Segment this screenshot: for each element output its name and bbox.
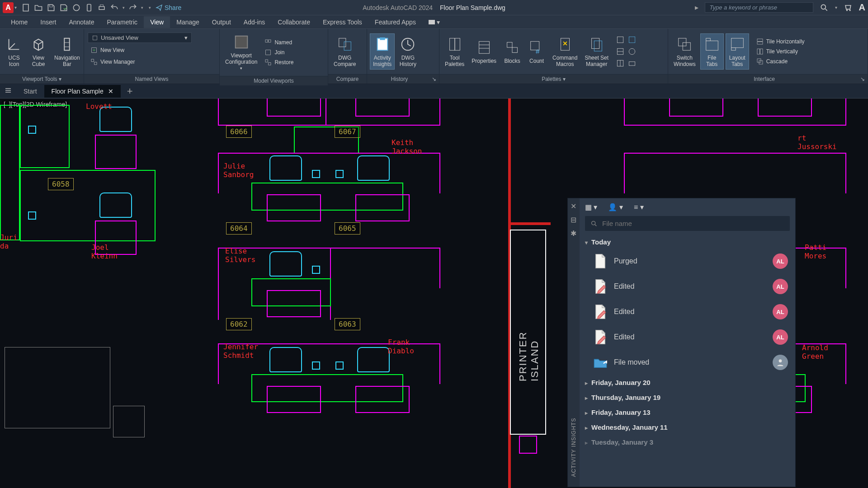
count-button[interactable]: #Count bbox=[525, 37, 548, 66]
ucs-icon-button[interactable]: UCS Icon bbox=[3, 34, 25, 69]
person-name-label: Patti Mores bbox=[805, 243, 826, 260]
undo-dropdown-icon[interactable]: ▾ bbox=[123, 5, 125, 10]
add-tab-button[interactable]: + bbox=[121, 85, 139, 97]
undo-icon[interactable] bbox=[110, 3, 119, 12]
file-tabs-button[interactable]: File Tabs bbox=[700, 33, 724, 70]
palette-extra6-icon[interactable] bbox=[627, 59, 637, 68]
insights-search[interactable] bbox=[585, 216, 790, 231]
panel-label: Model Viewports bbox=[220, 76, 328, 85]
saveas-icon[interactable] bbox=[59, 3, 68, 12]
tab-home[interactable]: Home bbox=[5, 16, 34, 28]
vp-join-button[interactable]: Join bbox=[262, 48, 296, 57]
svg-rect-53 bbox=[757, 42, 763, 44]
tab-insert[interactable]: Insert bbox=[34, 16, 62, 28]
search-icon[interactable] bbox=[820, 3, 829, 12]
panel-interface: Switch Windows File Tabs Layout Tabs Til… bbox=[668, 29, 868, 84]
settings-gear-icon[interactable]: ✱ bbox=[571, 229, 577, 235]
date-group[interactable]: Friday, January 13 bbox=[585, 405, 790, 420]
command-macros-button[interactable]: Command Macros bbox=[550, 34, 580, 69]
palette-extra4-icon[interactable] bbox=[627, 35, 637, 44]
view-select-dropdown[interactable]: Unsaved View ▾ bbox=[88, 33, 192, 43]
help-search-input[interactable]: Type a keyword or phrase bbox=[705, 2, 813, 13]
navigation-bar-button[interactable]: Navigation Bar bbox=[52, 34, 83, 69]
activity-insights-button[interactable]: Activity Insights bbox=[370, 33, 395, 70]
file-name-input[interactable] bbox=[602, 220, 784, 227]
plot-icon[interactable] bbox=[97, 3, 106, 12]
close-tab-icon[interactable]: ✕ bbox=[108, 88, 113, 95]
activity-item[interactable]: EditedAL bbox=[585, 299, 790, 324]
tab-manage[interactable]: Manage bbox=[170, 16, 206, 28]
date-group[interactable]: Friday, January 20 bbox=[585, 375, 790, 390]
cascade-button[interactable]: Cascade bbox=[754, 57, 807, 66]
qat-custom-dropdown-icon[interactable]: ▾ bbox=[149, 5, 151, 10]
view-manager-button[interactable]: View Manager bbox=[88, 57, 216, 66]
tab-floor-plan[interactable]: Floor Plan Sample ✕ bbox=[44, 85, 121, 98]
palette-extra2-icon[interactable] bbox=[616, 47, 625, 56]
properties-button[interactable]: Properties bbox=[469, 37, 499, 66]
cabinet-symbol bbox=[669, 99, 723, 117]
date-group[interactable]: Tuesday, January 3 bbox=[585, 435, 790, 450]
tab-collaborate[interactable]: Collaborate bbox=[271, 16, 316, 28]
person-name-label: Elise Silvers bbox=[225, 247, 255, 264]
activity-item[interactable]: EditedAL bbox=[585, 324, 790, 350]
svg-rect-19 bbox=[265, 60, 268, 62]
drawing-canvas[interactable]: [–][Top][2D Wireframe] PRINTER ISLAND bbox=[0, 99, 868, 488]
layout-tabs-button[interactable]: Layout Tabs bbox=[726, 33, 749, 70]
viewcube-button[interactable]: View Cube bbox=[27, 34, 50, 69]
sheet-set-icon bbox=[588, 36, 605, 53]
save-icon[interactable] bbox=[47, 3, 56, 12]
tab-parametric[interactable]: Parametric bbox=[100, 16, 144, 28]
user-filter-icon[interactable]: 👤 ▾ bbox=[608, 203, 623, 211]
new-icon[interactable] bbox=[21, 3, 30, 12]
close-panel-icon[interactable]: ✕ bbox=[571, 202, 577, 208]
activity-item[interactable]: PurgedAL bbox=[585, 249, 790, 274]
tab-extra-dropdown[interactable]: ▾ bbox=[422, 16, 446, 28]
mobile-icon[interactable] bbox=[85, 3, 94, 12]
dwg-compare-button[interactable]: DWG Compare bbox=[331, 34, 359, 69]
web-icon[interactable] bbox=[72, 3, 81, 12]
date-group[interactable]: Wednesday, January 11 bbox=[585, 420, 790, 435]
svg-rect-22 bbox=[344, 42, 351, 50]
vp-named-button[interactable]: Named bbox=[262, 38, 296, 47]
svg-rect-13 bbox=[91, 59, 94, 61]
new-view-button[interactable]: New View bbox=[88, 46, 216, 55]
dock-icon[interactable]: ⊟ bbox=[571, 216, 577, 222]
tab-view[interactable]: View bbox=[144, 16, 170, 28]
tool-palettes-button[interactable]: Tool Palettes bbox=[442, 34, 467, 69]
date-group[interactable]: Thursday, January 19 bbox=[585, 390, 790, 405]
blocks-button[interactable]: Blocks bbox=[501, 37, 524, 66]
palette-extra5-icon[interactable] bbox=[627, 47, 637, 56]
cart-icon[interactable] bbox=[844, 3, 853, 12]
tab-featured[interactable]: Featured Apps bbox=[368, 16, 422, 28]
redo-dropdown-icon[interactable]: ▾ bbox=[141, 5, 143, 10]
dwg-history-button[interactable]: DWG History bbox=[396, 34, 419, 69]
app-logo-icon[interactable]: A bbox=[3, 2, 14, 13]
viewport-config-button[interactable]: Viewport Configuration ▾ bbox=[222, 32, 260, 73]
list-filter-icon[interactable]: ≡ ▾ bbox=[634, 203, 644, 211]
tab-start[interactable]: Start bbox=[16, 85, 44, 98]
search-expand-icon[interactable]: ▸ bbox=[695, 3, 698, 12]
tab-addins[interactable]: Add-ins bbox=[237, 16, 271, 28]
group-today[interactable]: Today bbox=[585, 235, 790, 249]
vp-restore-button[interactable]: Restore bbox=[262, 58, 296, 67]
switch-windows-button[interactable]: Switch Windows bbox=[671, 34, 698, 69]
share-button[interactable]: Share bbox=[156, 4, 181, 11]
grid-view-icon[interactable]: ▦ ▾ bbox=[585, 203, 597, 211]
activity-item[interactable]: EditedAL bbox=[585, 274, 790, 299]
tab-output[interactable]: Output bbox=[206, 16, 237, 28]
app-menu-chevron-icon[interactable]: ▾ bbox=[14, 5, 17, 10]
palette-extra3-icon[interactable] bbox=[616, 59, 625, 68]
svg-rect-31 bbox=[507, 42, 512, 47]
file-tab-menu-icon[interactable] bbox=[0, 87, 16, 96]
signin-dropdown-icon[interactable]: ▾ bbox=[835, 5, 837, 10]
open-icon[interactable] bbox=[34, 3, 43, 12]
redo-icon[interactable] bbox=[128, 3, 137, 12]
sheet-set-button[interactable]: Sheet Set Manager bbox=[582, 34, 611, 69]
tab-express[interactable]: Express Tools bbox=[316, 16, 368, 28]
tile-v-button[interactable]: Tile Vertically bbox=[754, 47, 807, 56]
tile-h-button[interactable]: Tile Horizontally bbox=[754, 37, 807, 46]
app-letter-icon[interactable]: A bbox=[859, 2, 865, 13]
tab-annotate[interactable]: Annotate bbox=[62, 16, 100, 28]
activity-item[interactable]: File moved bbox=[585, 350, 790, 375]
palette-extra1-icon[interactable] bbox=[616, 35, 625, 44]
